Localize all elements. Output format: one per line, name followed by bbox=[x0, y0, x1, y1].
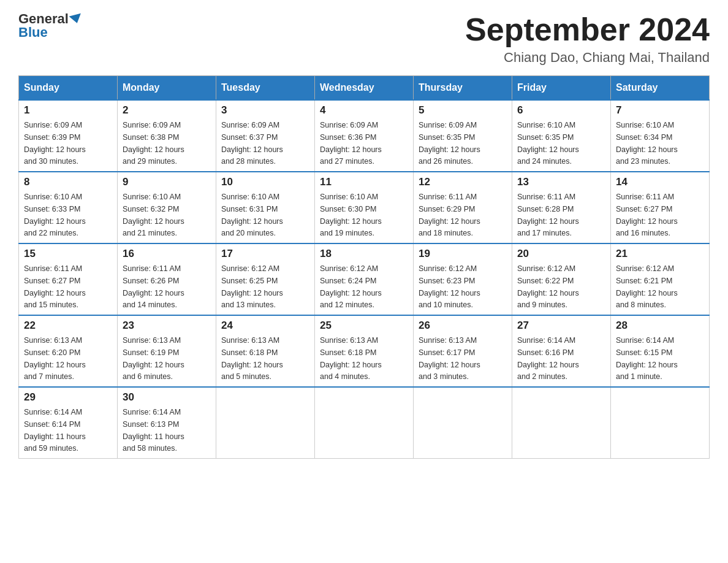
logo-blue-text: Blue bbox=[18, 26, 48, 39]
location-title: Chiang Dao, Chiang Mai, Thailand bbox=[465, 50, 710, 66]
day-number: 22 bbox=[24, 320, 112, 332]
calendar-cell: 21 Sunrise: 6:12 AMSunset: 6:21 PMDaylig… bbox=[611, 243, 710, 315]
calendar-cell: 4 Sunrise: 6:09 AMSunset: 6:36 PMDayligh… bbox=[315, 100, 414, 172]
day-number: 13 bbox=[517, 176, 605, 188]
weekday-header-monday: Monday bbox=[118, 76, 216, 101]
day-info: Sunrise: 6:10 AMSunset: 6:31 PMDaylight:… bbox=[221, 193, 283, 237]
calendar-cell: 1 Sunrise: 6:09 AMSunset: 6:39 PMDayligh… bbox=[19, 100, 118, 172]
day-info: Sunrise: 6:09 AMSunset: 6:38 PMDaylight:… bbox=[123, 121, 184, 166]
calendar-cell: 5 Sunrise: 6:09 AMSunset: 6:35 PMDayligh… bbox=[414, 100, 512, 172]
calendar-week-row: 29 Sunrise: 6:14 AMSunset: 6:14 PMDaylig… bbox=[19, 387, 710, 459]
day-number: 26 bbox=[419, 320, 507, 332]
title-section: September 2024 Chiang Dao, Chiang Mai, T… bbox=[465, 12, 710, 66]
day-info: Sunrise: 6:10 AMSunset: 6:32 PMDaylight:… bbox=[123, 193, 184, 237]
calendar-cell: 15 Sunrise: 6:11 AMSunset: 6:27 PMDaylig… bbox=[19, 243, 118, 315]
day-number: 10 bbox=[221, 176, 309, 188]
day-number: 29 bbox=[24, 391, 112, 404]
day-number: 14 bbox=[616, 176, 704, 188]
day-number: 15 bbox=[24, 248, 112, 260]
calendar-cell: 27 Sunrise: 6:14 AMSunset: 6:16 PMDaylig… bbox=[512, 315, 611, 387]
logo-general-text: General bbox=[18, 12, 69, 26]
calendar-cell: 20 Sunrise: 6:12 AMSunset: 6:22 PMDaylig… bbox=[512, 243, 611, 315]
day-number: 21 bbox=[616, 248, 704, 260]
logo: General Blue bbox=[18, 12, 82, 39]
day-number: 2 bbox=[123, 104, 211, 117]
day-info: Sunrise: 6:14 AMSunset: 6:16 PMDaylight:… bbox=[517, 336, 579, 381]
day-info: Sunrise: 6:11 AMSunset: 6:29 PMDaylight:… bbox=[419, 193, 480, 237]
calendar-cell: 16 Sunrise: 6:11 AMSunset: 6:26 PMDaylig… bbox=[118, 243, 216, 315]
calendar-cell: 7 Sunrise: 6:10 AMSunset: 6:34 PMDayligh… bbox=[611, 100, 710, 172]
day-info: Sunrise: 6:13 AMSunset: 6:17 PMDaylight:… bbox=[419, 336, 480, 381]
day-number: 28 bbox=[616, 320, 704, 332]
day-number: 27 bbox=[517, 320, 605, 332]
calendar-cell bbox=[414, 387, 512, 459]
day-number: 5 bbox=[419, 104, 507, 117]
calendar-cell: 6 Sunrise: 6:10 AMSunset: 6:35 PMDayligh… bbox=[512, 100, 611, 172]
day-info: Sunrise: 6:13 AMSunset: 6:19 PMDaylight:… bbox=[123, 336, 184, 381]
weekday-header-thursday: Thursday bbox=[414, 76, 512, 101]
calendar-cell bbox=[216, 387, 315, 459]
day-info: Sunrise: 6:09 AMSunset: 6:39 PMDaylight:… bbox=[24, 121, 86, 166]
day-number: 30 bbox=[123, 391, 211, 404]
day-info: Sunrise: 6:14 AMSunset: 6:15 PMDaylight:… bbox=[616, 336, 678, 381]
calendar-cell: 23 Sunrise: 6:13 AMSunset: 6:19 PMDaylig… bbox=[118, 315, 216, 387]
calendar-cell bbox=[611, 387, 710, 459]
day-number: 7 bbox=[616, 104, 704, 117]
weekday-header-wednesday: Wednesday bbox=[315, 76, 414, 101]
calendar-cell: 10 Sunrise: 6:10 AMSunset: 6:31 PMDaylig… bbox=[216, 172, 315, 243]
day-number: 8 bbox=[24, 176, 112, 188]
calendar-cell: 24 Sunrise: 6:13 AMSunset: 6:18 PMDaylig… bbox=[216, 315, 315, 387]
day-info: Sunrise: 6:12 AMSunset: 6:25 PMDaylight:… bbox=[221, 264, 283, 309]
day-number: 18 bbox=[320, 248, 408, 260]
day-info: Sunrise: 6:09 AMSunset: 6:36 PMDaylight:… bbox=[320, 121, 382, 166]
day-number: 16 bbox=[123, 248, 211, 260]
calendar-cell: 12 Sunrise: 6:11 AMSunset: 6:29 PMDaylig… bbox=[414, 172, 512, 243]
day-info: Sunrise: 6:12 AMSunset: 6:23 PMDaylight:… bbox=[419, 264, 480, 309]
day-number: 12 bbox=[419, 176, 507, 188]
calendar-week-row: 22 Sunrise: 6:13 AMSunset: 6:20 PMDaylig… bbox=[19, 315, 710, 387]
calendar-table: SundayMondayTuesdayWednesdayThursdayFrid… bbox=[18, 75, 710, 459]
day-info: Sunrise: 6:10 AMSunset: 6:34 PMDaylight:… bbox=[616, 121, 678, 166]
day-number: 23 bbox=[123, 320, 211, 332]
weekday-header-tuesday: Tuesday bbox=[216, 76, 315, 101]
day-info: Sunrise: 6:12 AMSunset: 6:21 PMDaylight:… bbox=[616, 264, 678, 309]
weekday-header-friday: Friday bbox=[512, 76, 611, 101]
calendar-cell: 9 Sunrise: 6:10 AMSunset: 6:32 PMDayligh… bbox=[118, 172, 216, 243]
logo-triangle-icon bbox=[69, 13, 83, 25]
calendar-cell: 3 Sunrise: 6:09 AMSunset: 6:37 PMDayligh… bbox=[216, 100, 315, 172]
calendar-cell: 11 Sunrise: 6:10 AMSunset: 6:30 PMDaylig… bbox=[315, 172, 414, 243]
calendar-cell: 29 Sunrise: 6:14 AMSunset: 6:14 PMDaylig… bbox=[19, 387, 118, 459]
calendar-cell: 22 Sunrise: 6:13 AMSunset: 6:20 PMDaylig… bbox=[19, 315, 118, 387]
calendar-week-row: 15 Sunrise: 6:11 AMSunset: 6:27 PMDaylig… bbox=[19, 243, 710, 315]
calendar-cell: 25 Sunrise: 6:13 AMSunset: 6:18 PMDaylig… bbox=[315, 315, 414, 387]
day-info: Sunrise: 6:10 AMSunset: 6:33 PMDaylight:… bbox=[24, 193, 86, 237]
day-info: Sunrise: 6:14 AMSunset: 6:13 PMDaylight:… bbox=[123, 408, 184, 453]
day-number: 11 bbox=[320, 176, 408, 188]
calendar-cell: 2 Sunrise: 6:09 AMSunset: 6:38 PMDayligh… bbox=[118, 100, 216, 172]
weekday-header-sunday: Sunday bbox=[19, 76, 118, 101]
day-info: Sunrise: 6:13 AMSunset: 6:18 PMDaylight:… bbox=[221, 336, 283, 381]
calendar-week-row: 1 Sunrise: 6:09 AMSunset: 6:39 PMDayligh… bbox=[19, 100, 710, 172]
weekday-header-saturday: Saturday bbox=[611, 76, 710, 101]
day-info: Sunrise: 6:09 AMSunset: 6:35 PMDaylight:… bbox=[419, 121, 480, 166]
calendar-week-row: 8 Sunrise: 6:10 AMSunset: 6:33 PMDayligh… bbox=[19, 172, 710, 243]
day-number: 20 bbox=[517, 248, 605, 260]
calendar-cell: 30 Sunrise: 6:14 AMSunset: 6:13 PMDaylig… bbox=[118, 387, 216, 459]
day-number: 6 bbox=[517, 104, 605, 117]
day-info: Sunrise: 6:12 AMSunset: 6:24 PMDaylight:… bbox=[320, 264, 382, 309]
calendar-cell: 17 Sunrise: 6:12 AMSunset: 6:25 PMDaylig… bbox=[216, 243, 315, 315]
calendar-cell: 18 Sunrise: 6:12 AMSunset: 6:24 PMDaylig… bbox=[315, 243, 414, 315]
day-number: 17 bbox=[221, 248, 309, 260]
month-title: September 2024 bbox=[465, 12, 710, 47]
page-header: General Blue September 2024 Chiang Dao, … bbox=[18, 12, 710, 66]
day-info: Sunrise: 6:09 AMSunset: 6:37 PMDaylight:… bbox=[221, 121, 283, 166]
day-info: Sunrise: 6:11 AMSunset: 6:27 PMDaylight:… bbox=[616, 193, 678, 237]
day-number: 25 bbox=[320, 320, 408, 332]
day-info: Sunrise: 6:11 AMSunset: 6:28 PMDaylight:… bbox=[517, 193, 579, 237]
day-number: 3 bbox=[221, 104, 309, 117]
day-number: 19 bbox=[419, 248, 507, 260]
calendar-cell bbox=[512, 387, 611, 459]
day-info: Sunrise: 6:11 AMSunset: 6:26 PMDaylight:… bbox=[123, 264, 184, 309]
day-number: 9 bbox=[123, 176, 211, 188]
day-info: Sunrise: 6:10 AMSunset: 6:30 PMDaylight:… bbox=[320, 193, 382, 237]
